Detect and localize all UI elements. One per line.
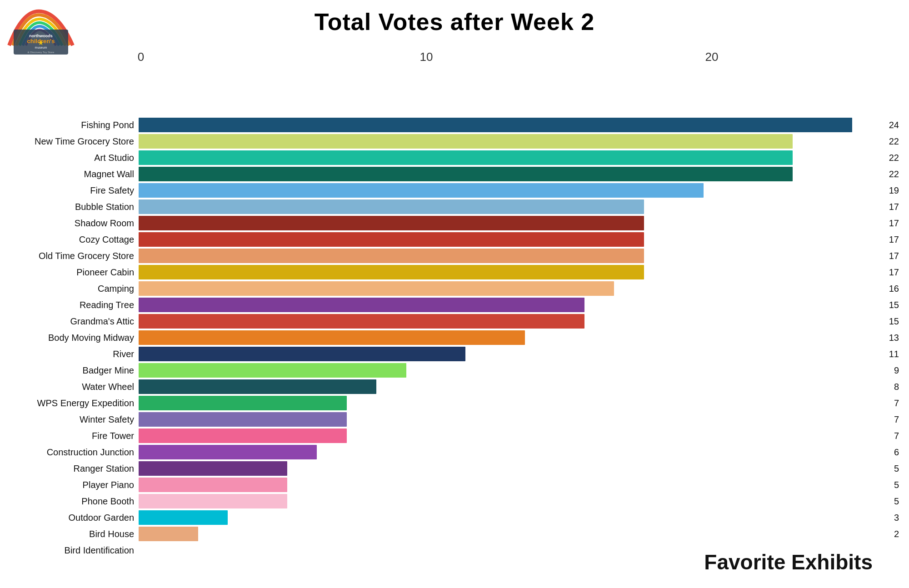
bar-row: Winter Safety7	[0, 412, 909, 427]
bar-row: Construction Junction6	[0, 444, 909, 460]
bar-value: 3	[894, 513, 899, 523]
chart-area: 0 10 20 Fishing Pond24New Time Grocery S…	[0, 50, 909, 588]
bar-fill	[139, 314, 584, 329]
bar-fill	[139, 249, 644, 263]
bar-value: 16	[889, 284, 899, 294]
bar-track: 17	[139, 265, 882, 279]
bar-fill	[139, 396, 347, 410]
bar-track: 22	[139, 134, 882, 149]
bars-wrapper: Fishing Pond24New Time Grocery Store22Ar…	[0, 117, 909, 559]
bar-row: Phone Booth5	[0, 493, 909, 509]
bar-value: 7	[894, 398, 899, 409]
bar-track: 16	[139, 281, 882, 296]
bar-fill	[139, 461, 287, 476]
bar-label: Outdoor Garden	[0, 513, 139, 523]
bar-value: 19	[889, 185, 899, 196]
bar-value: 5	[894, 463, 899, 474]
bar-row: Cozy Cottage17	[0, 232, 909, 247]
bar-value: 15	[889, 300, 899, 310]
bar-label: Player Piano	[0, 480, 139, 490]
bar-label: Bird House	[0, 529, 139, 539]
bar-value: 11	[889, 349, 899, 359]
axis-label-10: 10	[420, 50, 433, 64]
bar-track: 6	[139, 445, 882, 459]
bar-row: Fire Safety19	[0, 183, 909, 198]
bar-track: 22	[139, 150, 882, 165]
bar-row: WPS Energy Expedition7	[0, 395, 909, 411]
bar-fill	[139, 216, 644, 230]
bar-track: 3	[139, 510, 882, 525]
bar-row: Body Moving Midway13	[0, 330, 909, 345]
bar-row: Bird House2	[0, 526, 909, 542]
bar-row: Pioneer Cabin17	[0, 264, 909, 280]
bar-value: 7	[894, 414, 899, 425]
bar-label: Badger Mine	[0, 365, 139, 376]
bar-fill	[139, 134, 793, 149]
bar-value: 5	[894, 480, 899, 490]
bar-fill	[139, 510, 228, 525]
bar-value: 17	[889, 218, 899, 229]
bar-row: Bubble Station17	[0, 199, 909, 214]
bar-fill	[139, 379, 376, 394]
bar-label: WPS Energy Expedition	[0, 398, 139, 409]
bar-label: Cozy Cottage	[0, 234, 139, 245]
bar-fill	[139, 494, 287, 508]
bar-row: Fire Tower7	[0, 428, 909, 443]
bar-value: 9	[894, 365, 899, 376]
bar-label: Grandma's Attic	[0, 316, 139, 327]
bar-row: Outdoor Garden3	[0, 510, 909, 525]
bar-track: 7	[139, 412, 882, 427]
bar-fill	[139, 232, 644, 247]
bar-fill	[139, 478, 287, 492]
bar-row: Camping16	[0, 281, 909, 296]
bar-row: Water Wheel8	[0, 379, 909, 394]
bar-row: Fishing Pond24	[0, 117, 909, 133]
axis-label-20: 20	[705, 50, 719, 64]
bar-track: 5	[139, 478, 882, 492]
axis-labels: 0 10 20	[141, 50, 882, 66]
bar-row: Player Piano5	[0, 477, 909, 493]
bar-value: 5	[894, 496, 899, 507]
bar-fill	[139, 118, 852, 132]
bar-track: 11	[139, 347, 882, 361]
bar-fill	[139, 150, 793, 165]
bar-value: 17	[889, 267, 899, 278]
bar-value: 2	[894, 529, 899, 539]
bar-track: 8	[139, 379, 882, 394]
svg-text:museum: museum	[35, 46, 47, 49]
bar-label: Bubble Station	[0, 202, 139, 212]
bar-row: Art Studio22	[0, 150, 909, 165]
bar-fill	[139, 445, 317, 459]
bar-track: 17	[139, 199, 882, 214]
bar-track: 2	[139, 527, 882, 541]
bar-fill	[139, 199, 644, 214]
bar-value: 13	[889, 333, 899, 343]
bar-label: Water Wheel	[0, 382, 139, 392]
bar-fill	[139, 183, 704, 198]
bar-fill	[139, 265, 644, 279]
bar-track: 15	[139, 298, 882, 312]
bar-value: 17	[889, 251, 899, 261]
bar-fill	[139, 527, 198, 541]
bar-fill	[139, 347, 465, 361]
bar-track: 17	[139, 232, 882, 247]
axis-label-0: 0	[138, 50, 144, 64]
bar-label: Body Moving Midway	[0, 333, 139, 343]
bar-row: Reading Tree15	[0, 297, 909, 313]
bar-label: Ranger Station	[0, 463, 139, 474]
bar-label: Shadow Room	[0, 218, 139, 229]
bar-label: Magnet Wall	[0, 169, 139, 179]
bar-value: 7	[894, 431, 899, 441]
bar-label: Fire Tower	[0, 431, 139, 441]
bar-value: 22	[889, 169, 899, 179]
bar-label: Pioneer Cabin	[0, 267, 139, 278]
bar-value: 17	[889, 234, 899, 245]
bar-track: 17	[139, 216, 882, 230]
bar-fill	[139, 363, 406, 378]
bar-fill	[139, 298, 584, 312]
bar-track: 5	[139, 461, 882, 476]
bar-label: Fire Safety	[0, 185, 139, 196]
bar-track: 5	[139, 494, 882, 508]
bar-row: Magnet Wall22	[0, 166, 909, 182]
bar-track: 19	[139, 183, 882, 198]
